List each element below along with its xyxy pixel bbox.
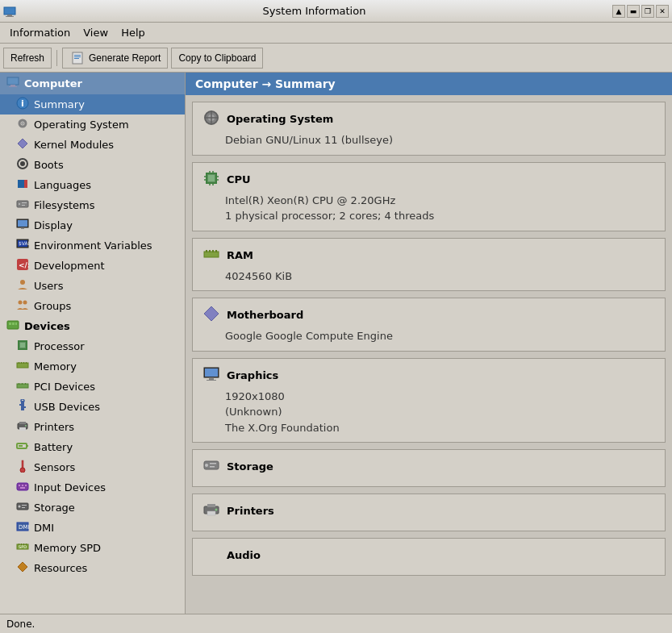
svg-rect-8 [10,85,15,86]
sidebar-item-users-label: Users [34,280,63,292]
svg-rect-103 [207,380,216,381]
svg-rect-96 [209,250,211,252]
svg-rect-95 [206,250,207,252]
dmi-icon: DMI [16,520,29,535]
restore-button[interactable]: ❐ [641,5,654,18]
sidebar-computer-header[interactable]: Computer [0,73,185,94]
sidebar-item-battery[interactable]: Battery [0,437,185,457]
svg-rect-5 [74,56,81,57]
svg-rect-1 [7,15,12,16]
section-printers-label: Printers [227,505,274,517]
window-controls: ▲ ▬ ❐ ✕ [612,5,669,18]
sidebar-item-languages[interactable]: Languages [0,175,185,195]
motherboard-section-icon [202,305,220,325]
section-motherboard-value: Google Google Compute Engine [202,328,655,344]
svg-rect-2 [6,16,14,17]
svg-rect-4 [74,55,81,56]
sidebar-item-usb-devices[interactable]: USB Devices [0,397,185,417]
sidebar-item-env-vars[interactable]: $VAR Environment Variables [0,235,185,256]
sidebar-item-groups[interactable]: Groups [0,296,185,316]
generate-report-button[interactable]: Generate Report [62,48,168,69]
sidebar-item-dmi[interactable]: DMI DMI [0,518,185,538]
svg-marker-14 [18,139,27,148]
refresh-button[interactable]: Refresh [3,48,52,69]
svg-text:$VAR: $VAR [19,240,29,246]
sidebar-item-memory-spd[interactable]: SPD Memory SPD [0,538,185,558]
sidebar-item-pci-label: PCI Devices [34,381,95,393]
svg-point-111 [215,509,218,511]
section-ram-value: 4024560 KiB [202,269,655,285]
sidebar-item-resources[interactable]: Resources [0,558,185,578]
sidebar-item-boots[interactable]: Boots [0,155,185,175]
section-ram-label: RAM [227,249,253,261]
svg-rect-66 [20,487,25,489]
sidebar-item-pci-devices[interactable]: PCI Devices [0,377,185,397]
sidebar-item-memspd-label: Memory SPD [34,542,101,554]
section-cpu-value: Intel(R) Xeon(R) CPU @ 2.20GHz 1 physica… [202,193,655,224]
svg-rect-55 [19,427,26,431]
svg-rect-54 [19,422,26,424]
sidebar-item-processor[interactable]: Processor [0,336,185,356]
sidebar-item-storage[interactable]: Storage [0,498,185,518]
sidebar-item-memory[interactable]: Memory [0,356,185,377]
svg-rect-41 [19,362,19,364]
section-operating-system: Operating System Debian GNU/Linux 11 (bu… [192,102,666,156]
printer-icon [16,419,29,435]
sidebar-item-printers[interactable]: Printers [0,417,185,437]
section-graphics-value: 1920x1080 (Unknown) The X.Org Foundation [202,389,655,436]
sidebar-item-usb-label: USB Devices [34,401,100,413]
sidebar-item-development[interactable]: </> Development [0,256,185,276]
close-button[interactable]: ✕ [656,5,669,18]
svg-rect-64 [22,485,23,486]
sidebar-item-sensors-label: Sensors [34,461,75,473]
sidebar-item-summary[interactable]: i Summary [0,94,185,115]
usb-icon [16,399,29,414]
memory-icon [16,359,29,374]
section-printers: Printers [192,493,666,531]
content-breadcrumb: Computer → Summary [186,73,672,95]
resources-icon [16,560,29,576]
maximize-button[interactable]: ▬ [627,5,640,18]
processor-icon [16,339,29,354]
sidebar-computer-label: Computer [24,77,82,90]
graphics-value-1: (Unknown) [225,404,655,420]
menu-help[interactable]: Help [115,25,152,40]
sidebar-item-filesystems[interactable]: Filesystems [0,195,185,215]
menu-view[interactable]: View [77,25,115,40]
main-area: Computer i Summary Operating System [0,73,672,614]
svg-point-56 [25,425,27,427]
dev-icon: </> [16,258,29,273]
ram-section-icon [202,245,220,265]
generate-report-label: Generate Report [89,52,161,64]
sidebar-item-kernel-modules[interactable]: Kernel Modules [0,135,185,155]
section-cpu: CPU Intel(R) Xeon(R) CPU @ 2.20GHz 1 phy… [192,162,666,231]
status-text: Done. [6,618,35,630]
svg-rect-97 [212,250,214,252]
groups-icon [16,298,29,314]
section-audio-label: Audio [227,549,261,561]
sidebar-item-sensors[interactable]: Sensors [0,457,185,477]
sidebar-item-input-devices[interactable]: Input Devices [0,477,185,498]
display-icon [16,218,29,233]
minimize-button[interactable]: ▲ [612,5,625,18]
svg-point-31 [20,280,25,285]
section-storage-label: Storage [227,460,273,473]
section-motherboard-label: Motherboard [227,309,303,321]
svg-point-20 [19,203,20,205]
sidebar-devices-category[interactable]: Devices [0,316,185,336]
svg-text:SPD: SPD [19,544,27,549]
svg-rect-44 [26,362,27,364]
printers-section-icon [202,501,220,521]
sidebar-item-operating-system[interactable]: Operating System [0,115,185,135]
sidebar-item-users[interactable]: Users [0,276,185,296]
sidebar-item-filesystems-label: Filesystems [34,199,95,211]
sidebar-item-display[interactable]: Display [0,215,185,235]
copy-to-clipboard-button[interactable]: Copy to Clipboard [171,48,263,69]
graphics-section-icon [202,365,220,385]
toolbar: Refresh Generate Report Copy to Clipboar… [0,44,672,73]
window-title: System Information [16,5,612,17]
svg-rect-107 [210,466,215,468]
menu-information[interactable]: Information [3,25,77,40]
svg-rect-43 [23,362,24,364]
filesystems-icon [16,198,29,213]
